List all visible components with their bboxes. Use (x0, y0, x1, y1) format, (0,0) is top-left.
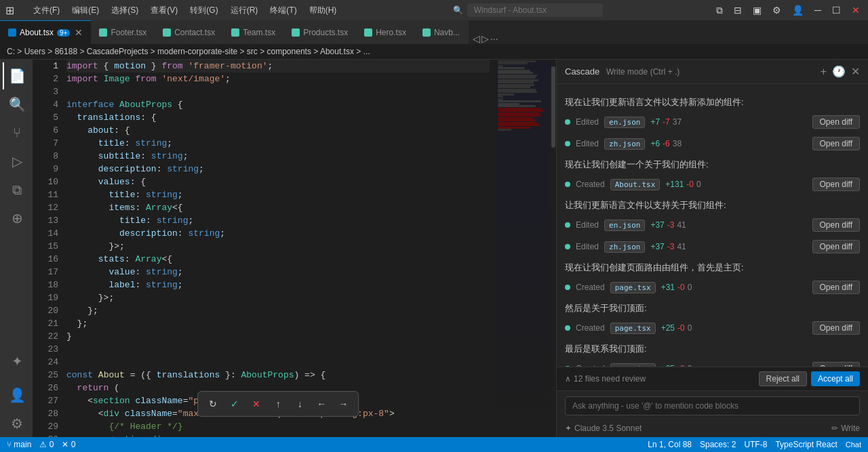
line-num-17: 17 (38, 266, 58, 279)
activity-cascade[interactable]: ✦ (3, 348, 30, 375)
open-diff-btn-5-1[interactable]: Open diff (812, 321, 860, 335)
minimize-btn[interactable]: ─ (812, 3, 824, 17)
status-position[interactable]: Ln 1, Col 88 (648, 440, 692, 449)
minimap-canvas (496, 60, 551, 438)
line-num-13: 13 (38, 214, 58, 227)
step-2: 现在让我们创建一个关于我们的组件: Created About.tsx +131… (565, 159, 860, 194)
layout2-icon[interactable]: ▣ (750, 3, 764, 17)
tab-back-btn[interactable]: ◁ (473, 33, 480, 44)
menu-help[interactable]: 帮助(H) (304, 3, 342, 18)
dot-icon (565, 119, 570, 125)
menu-select[interactable]: 选择(S) (106, 3, 144, 18)
code-editor[interactable]: import { motion } from 'framer-motion'; … (66, 60, 496, 437)
open-diff-btn-3-1[interactable]: Open diff (812, 218, 860, 232)
ft-x-btn[interactable]: ✕ (247, 394, 266, 413)
activity-settings[interactable]: ⚙ (3, 410, 30, 437)
ft-down-btn[interactable]: ↓ (290, 394, 309, 413)
panel-header-icons: + 🕐 ✕ (821, 65, 860, 78)
line-num-3: 3 (38, 85, 58, 98)
menu-terminal[interactable]: 终端(T) (264, 3, 302, 18)
write-icon: ✏ (831, 424, 838, 433)
code-line-5: translations: { (66, 111, 490, 124)
chat-label[interactable]: Chat (846, 440, 861, 449)
open-diff-btn-2-1[interactable]: Open diff (812, 178, 860, 191)
status-warnings[interactable]: ⚠ 0 (39, 440, 54, 449)
code-line-19: }>; (66, 291, 490, 304)
line-num-8: 8 (38, 150, 58, 163)
open-diff-btn-3-2[interactable]: Open diff (812, 240, 860, 253)
total-stat: 41 (677, 220, 686, 230)
layout-icon[interactable]: ⊟ (731, 3, 745, 17)
menu-file[interactable]: 文件(F) (28, 3, 65, 18)
status-branch[interactable]: ⑂ main (7, 440, 31, 449)
activity-explorer[interactable]: 📄 (3, 62, 30, 89)
open-diff-btn-6-1[interactable]: Open diff (812, 362, 860, 367)
activity-remote[interactable]: ⊕ (3, 205, 30, 232)
code-line-8: subtitle: string; (66, 150, 490, 163)
tab-file-icon3 (163, 28, 171, 37)
code-line-4: interface AboutProps { (66, 98, 490, 111)
tab-file-icon2 (99, 28, 107, 37)
maximize-btn[interactable]: ☐ (829, 3, 844, 17)
status-spaces[interactable]: Spaces: 2 (700, 440, 736, 449)
panel-add-icon[interactable]: + (821, 66, 827, 78)
tab-team[interactable]: Team.tsx (223, 20, 283, 44)
chat-input[interactable] (565, 396, 860, 415)
activity-search[interactable]: 🔍 (3, 91, 30, 118)
tab-forward-btn[interactable]: ▷ (481, 33, 489, 44)
tab-label: About.tsx (20, 28, 54, 37)
split-editor-icon[interactable]: ⧉ (713, 3, 726, 18)
status-language[interactable]: TypeScript React (775, 440, 837, 449)
close-btn[interactable]: ✕ (849, 3, 863, 17)
open-diff-btn-1-2[interactable]: Open diff (812, 137, 860, 150)
menu-view[interactable]: 查看(V) (145, 3, 183, 18)
tab-about[interactable]: About.tsx 9+ ✕ (0, 20, 91, 44)
minimap (496, 60, 551, 437)
menu-run[interactable]: 运行(R) (225, 3, 264, 18)
ft-check-btn[interactable]: ✓ (225, 394, 244, 413)
action-label: Edited (576, 117, 599, 127)
ft-up-btn[interactable]: ↑ (269, 394, 288, 413)
dot-icon (565, 325, 570, 331)
panel-title: Cascade Write mode (Ctrl + .) (565, 66, 679, 77)
total-stat: 0 (688, 283, 692, 292)
tab-file-icon7 (422, 28, 431, 37)
menu-goto[interactable]: 转到(G) (184, 3, 223, 18)
panel-history-icon[interactable]: 🕐 (832, 65, 846, 78)
activity-run[interactable]: ▷ (3, 148, 30, 175)
accept-all-btn[interactable]: Accept all (811, 371, 860, 386)
tab-more-btn[interactable]: ··· (490, 33, 498, 44)
panel-close-icon[interactable]: ✕ (851, 65, 860, 78)
scroll-thumb[interactable] (551, 66, 555, 148)
tab-close-icon[interactable]: ✕ (75, 27, 83, 38)
code-line-23 (66, 343, 490, 356)
status-encoding[interactable]: UTF-8 (744, 440, 767, 449)
code-line-29: {/* Header */} (66, 420, 490, 433)
line-num-21: 21 (38, 317, 58, 330)
scroll-indicator[interactable] (551, 60, 556, 437)
title-search-input[interactable] (467, 3, 603, 17)
activity-extensions[interactable]: ⧉ (3, 176, 30, 203)
activity-source-control[interactable]: ⑂ (3, 119, 30, 146)
menu-edit[interactable]: 编辑(E) (66, 3, 104, 18)
status-errors[interactable]: ✕ 0 (62, 440, 75, 449)
reject-all-btn[interactable]: Reject all (759, 371, 807, 386)
status-left: ⑂ main ⚠ 0 ✕ 0 (7, 440, 75, 449)
cascade-title: Cascade (565, 66, 599, 77)
tab-products[interactable]: Products.tsx (283, 20, 356, 44)
plus-stat: +37 (650, 242, 664, 251)
tab-footer[interactable]: Footer.tsx (91, 20, 155, 44)
account-icon[interactable]: 👤 (789, 3, 806, 17)
activity-account[interactable]: 👤 (3, 382, 30, 409)
ft-refresh-btn[interactable]: ↻ (203, 394, 222, 413)
open-diff-btn-1-1[interactable]: Open diff (812, 115, 860, 129)
open-diff-btn-4-1[interactable]: Open diff (812, 281, 860, 294)
main-area: 📄 🔍 ⑂ ▷ ⧉ ⊕ ✦ 👤 ⚙ 1 2 3 4 5 6 7 8 9 10 1… (0, 60, 868, 437)
tab-contact[interactable]: Contact.tsx (155, 20, 223, 44)
ft-right-btn[interactable]: → (334, 394, 353, 413)
tab-hero[interactable]: Hero.tsx (356, 20, 414, 44)
ft-left-btn[interactable]: ← (312, 394, 331, 413)
tab-navb[interactable]: Navb... (414, 20, 469, 44)
dot-icon (565, 285, 570, 290)
settings-icon[interactable]: ⚙ (770, 3, 784, 17)
